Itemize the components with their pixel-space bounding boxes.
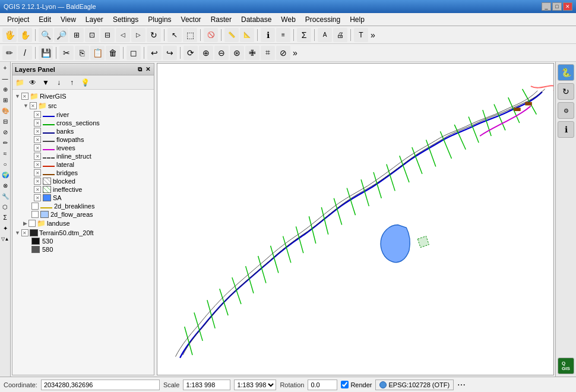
- blocked-checkbox[interactable]: [34, 178, 41, 185]
- layer-levees[interactable]: levees: [22, 144, 153, 152]
- levees-checkbox[interactable]: [34, 144, 41, 151]
- group-rivergis-header[interactable]: ▼ 📁 RiverGIS: [14, 91, 153, 101]
- split-button[interactable]: ⊕: [199, 46, 213, 60]
- 2d-breaklines-checkbox[interactable]: [31, 203, 39, 210]
- draw-line-button[interactable]: /: [18, 46, 32, 60]
- layer-lateral[interactable]: lateral: [22, 160, 153, 169]
- stats-button[interactable]: Σ: [297, 28, 311, 42]
- scale-input[interactable]: [183, 380, 230, 390]
- zoom-selection-button[interactable]: ⊟: [100, 28, 115, 42]
- info-rt-button[interactable]: ℹ: [558, 121, 574, 138]
- layer-banks[interactable]: banks: [22, 127, 153, 135]
- more-edit-arrow[interactable]: »: [292, 48, 299, 58]
- python-button[interactable]: 🐍: [558, 64, 574, 81]
- menu-item-help[interactable]: Help: [345, 14, 369, 25]
- layer-sa[interactable]: SA: [22, 194, 153, 202]
- layer-cross-sections[interactable]: cross_sections: [22, 119, 153, 127]
- pan-map-button[interactable]: ✋: [18, 28, 32, 42]
- menu-item-processing[interactable]: Processing: [300, 14, 345, 25]
- layer-river[interactable]: river: [22, 110, 153, 119]
- pan-tool-button[interactable]: 🖐: [2, 28, 17, 42]
- menu-item-web[interactable]: Web: [276, 14, 300, 25]
- filter-layer-button[interactable]: ▼: [40, 77, 52, 88]
- offset-button[interactable]: ⊘: [276, 46, 290, 60]
- group-src-header[interactable]: ▼ 📁 src: [22, 101, 153, 110]
- layers-panel-header-buttons[interactable]: ⧉ ✕: [137, 66, 151, 73]
- print-button[interactable]: 🖨: [333, 28, 347, 42]
- minimize-button[interactable]: _: [542, 2, 551, 11]
- identify-button[interactable]: ℹ: [261, 28, 275, 42]
- zoom-layer-button[interactable]: ⊡: [85, 28, 99, 42]
- something-rt-button[interactable]: ⚙: [558, 102, 574, 119]
- close-button[interactable]: ✕: [563, 2, 572, 11]
- inline-struct-checkbox[interactable]: [34, 153, 41, 160]
- draw-button[interactable]: ◻: [126, 46, 141, 60]
- menu-item-layer[interactable]: Layer: [81, 14, 108, 25]
- cut-button[interactable]: ✂: [59, 46, 74, 60]
- delete-button[interactable]: 🗑: [106, 46, 120, 60]
- river-checkbox[interactable]: [34, 111, 41, 118]
- left-tool-15[interactable]: Σ: [1, 213, 10, 222]
- zoom-next-button[interactable]: ▷: [131, 28, 145, 42]
- label-button[interactable]: A: [318, 28, 332, 42]
- menu-item-database[interactable]: Database: [236, 14, 276, 25]
- status-more-button[interactable]: ⋯: [457, 380, 466, 390]
- measure-area-button[interactable]: 📐: [240, 28, 254, 42]
- save-edits-button[interactable]: 💾: [39, 46, 53, 60]
- scale-dropdown[interactable]: 1:183 998: [234, 380, 276, 390]
- refresh-rt-button[interactable]: ↻: [558, 83, 574, 100]
- left-tool-3[interactable]: ⊕: [1, 84, 10, 94]
- landuse-checkbox[interactable]: [29, 220, 36, 227]
- zoom-out-button[interactable]: 🔎: [54, 28, 68, 42]
- reshape-button[interactable]: ⌗: [261, 46, 275, 60]
- left-tool-4[interactable]: ⊞: [1, 95, 10, 105]
- epsg-button[interactable]: EPSG:102728 (OTF): [375, 380, 454, 390]
- toggle-visibility-button[interactable]: 👁: [27, 77, 39, 88]
- measure-button[interactable]: 📏: [224, 28, 239, 42]
- move-down-button[interactable]: ↓: [53, 77, 65, 88]
- menu-item-plugins[interactable]: Plugins: [143, 14, 176, 25]
- copy-button[interactable]: ⎘: [75, 46, 89, 60]
- maximize-button[interactable]: □: [552, 2, 562, 11]
- node-tool-button[interactable]: ⊛: [230, 46, 244, 60]
- coordinate-input[interactable]: [41, 380, 160, 390]
- bridges-checkbox[interactable]: [34, 169, 41, 176]
- left-tool-17[interactable]: ▽▲: [1, 234, 10, 244]
- redo-button[interactable]: ↪: [163, 46, 177, 60]
- render-checkbox-area[interactable]: Render: [341, 381, 372, 388]
- move-up-button[interactable]: ↑: [66, 77, 78, 88]
- menu-item-project[interactable]: Project: [2, 14, 34, 25]
- layer-2d-flow-areas[interactable]: 2d_flow_areas: [14, 210, 153, 219]
- rotation-input[interactable]: [308, 380, 337, 390]
- left-tool-5[interactable]: 🎨: [1, 106, 10, 115]
- expand-all-button[interactable]: 💡: [79, 77, 91, 88]
- render-checkbox[interactable]: [341, 381, 349, 388]
- window-controls[interactable]: _ □ ✕: [542, 2, 572, 11]
- lateral-checkbox[interactable]: [34, 161, 41, 168]
- undo-button[interactable]: ↩: [147, 46, 162, 60]
- sa-checkbox[interactable]: [34, 194, 41, 201]
- left-tool-11[interactable]: 🌍: [1, 170, 10, 179]
- add-group-button[interactable]: 📁: [14, 77, 26, 88]
- left-tool-12[interactable]: ⊗: [1, 181, 10, 190]
- 2d-flow-areas-checkbox[interactable]: [31, 211, 39, 218]
- left-tool-13[interactable]: 🔧: [1, 191, 10, 201]
- left-tool-9[interactable]: ≈: [1, 148, 10, 158]
- layer-2d-breaklines[interactable]: 2d_breaklines: [14, 202, 153, 210]
- merge-button[interactable]: ⊖: [214, 46, 229, 60]
- layer-inline-struct[interactable]: inline_struct: [22, 152, 153, 160]
- select-button[interactable]: ↖: [167, 28, 182, 42]
- menu-item-raster[interactable]: Raster: [206, 14, 236, 25]
- qgis-logo-button[interactable]: QGIS: [558, 358, 574, 374]
- layer-ineffective[interactable]: ineffective: [22, 185, 153, 194]
- left-tool-1[interactable]: +: [1, 63, 10, 72]
- flowpaths-checkbox[interactable]: [34, 136, 41, 143]
- refresh-button[interactable]: ↻: [147, 28, 161, 42]
- zoom-in-button[interactable]: 🔍: [39, 28, 53, 42]
- map-canvas[interactable]: [157, 63, 554, 375]
- banks-checkbox[interactable]: [34, 128, 41, 135]
- layer-bridges[interactable]: bridges: [22, 169, 153, 177]
- group-terrain-header[interactable]: ▼ Terrain50.dtm_20ft: [14, 229, 153, 237]
- left-tool-7[interactable]: ⊘: [1, 127, 10, 137]
- attr-table-button[interactable]: ≡: [276, 28, 290, 42]
